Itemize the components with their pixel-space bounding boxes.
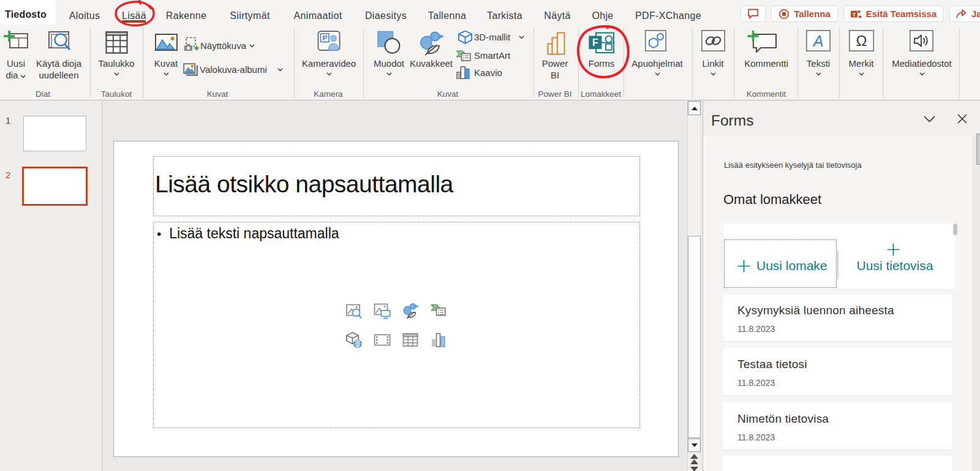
svg-text:T: T: [852, 10, 856, 17]
svg-text:A: A: [812, 32, 824, 50]
svg-text:P: P: [322, 34, 327, 42]
svg-text:Ω: Ω: [856, 32, 867, 49]
svg-text:F: F: [592, 37, 598, 48]
